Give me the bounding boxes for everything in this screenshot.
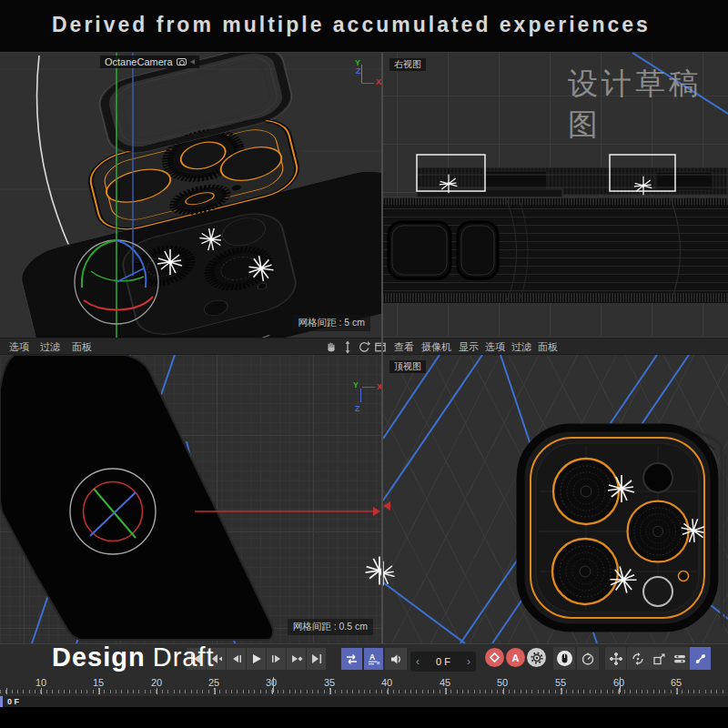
footer-bar	[0, 707, 728, 728]
title-bold: Design	[52, 642, 146, 672]
frame-next-arrow[interactable]: ›	[467, 655, 470, 668]
viewport-perspective[interactable]: OctaneCamera Y Z X 网格间距 : 5 cm	[0, 53, 381, 338]
sketch-star	[366, 557, 381, 585]
timer-button[interactable]	[577, 647, 599, 670]
record-rotation-button[interactable]	[627, 647, 648, 670]
banner-title: Derived from multiple accumulated experi…	[52, 13, 651, 37]
axis-z-label: Z	[356, 66, 361, 76]
ruler-tick-label: 30	[266, 677, 277, 688]
axis-arrow-tip	[383, 501, 390, 511]
ruler-tick-label: 35	[324, 677, 335, 688]
prev-frame-button[interactable]	[227, 648, 246, 670]
top-view-canvas	[383, 355, 728, 643]
ruler-tick-label: 40	[381, 677, 392, 688]
banner: Derived from multiple accumulated experi…	[0, 0, 728, 52]
animation-palette-button[interactable]: A	[364, 648, 383, 670]
camera-icon	[177, 58, 187, 66]
plate-side-profile	[417, 167, 728, 197]
axis-gizmo-front: Y X Z	[353, 380, 380, 413]
record-mouse-button[interactable]	[553, 647, 575, 670]
title-light: Draft	[153, 642, 215, 672]
menu-panel-left[interactable]: 面板	[72, 341, 92, 353]
ruler-tick-label: 55	[555, 677, 566, 688]
menu-camera[interactable]: 摄像机	[421, 341, 451, 353]
goto-end-button[interactable]	[307, 648, 326, 670]
timeline-scrubber[interactable]: 0 F	[0, 696, 728, 707]
front-view-canvas	[0, 355, 381, 643]
ruler-tick-label: 65	[671, 677, 682, 688]
perspective-canvas	[0, 53, 381, 338]
app-window: Derived from multiple accumulated experi…	[0, 0, 728, 728]
record-position-button[interactable]	[605, 647, 626, 670]
phone-side-profile	[383, 197, 728, 303]
autokey-letter: A	[512, 652, 520, 663]
loop-playback-button[interactable]	[341, 648, 362, 670]
keyframe-settings-button[interactable]	[527, 648, 546, 667]
playhead-marker[interactable]	[0, 696, 3, 707]
maximize-view-icon[interactable]	[373, 340, 388, 354]
viewport-label: 顶视图	[389, 360, 426, 373]
record-scale-button[interactable]	[648, 647, 669, 670]
ruler-minor-ticks	[0, 690, 728, 693]
viewport-front-view[interactable]: Y X Z 网格间距 : 0.5 cm	[0, 355, 381, 643]
menu-options-left[interactable]: 选项	[9, 341, 29, 353]
ruler-tick-label: 15	[93, 677, 104, 688]
sound-button[interactable]	[385, 648, 407, 670]
record-pla-button[interactable]	[690, 647, 711, 670]
menu-options[interactable]: 选项	[485, 341, 505, 353]
rotation-gizmo-front[interactable]	[70, 469, 156, 554]
second-marker	[273, 677, 274, 693]
animation-toolbar: DesignDraft A ‹ 0 F › A	[0, 643, 728, 678]
frame-value: 0 F	[436, 656, 450, 667]
axis-z-label: Z	[355, 404, 360, 413]
sketch-curve	[37, 56, 77, 264]
second-marker	[620, 677, 621, 693]
axis-y-label: Y	[353, 380, 359, 389]
camera-label[interactable]: OctaneCamera	[100, 56, 199, 68]
dolly-icon[interactable]	[340, 340, 355, 354]
design-draft-title: DesignDraft	[52, 642, 215, 672]
pan-hand-icon[interactable]	[324, 340, 339, 354]
ruler-tick-label: 60	[613, 677, 624, 688]
rotate-view-icon[interactable]	[357, 340, 371, 354]
anim-palette-letter: A	[369, 652, 375, 662]
camera-label-text: OctaneCamera	[105, 56, 173, 67]
viewport-menubar: 选项 过滤 面板 查看 摄像机 显示 选项 过滤 面板	[0, 338, 728, 355]
viewport-splitter[interactable]	[381, 53, 383, 643]
viewport-right-view[interactable]: 右视图 设计草稿图	[383, 53, 728, 338]
menu-display[interactable]: 显示	[459, 341, 479, 353]
camera-bump-top	[517, 424, 718, 632]
playhead-frame-label: 0 F	[7, 697, 19, 706]
menu-view[interactable]: 查看	[394, 341, 414, 353]
camera-flyout-icon	[190, 59, 195, 65]
frame-prev-arrow[interactable]: ‹	[416, 655, 420, 668]
ruler-tick-label: 45	[440, 677, 450, 688]
record-parameter-button[interactable]	[669, 647, 690, 670]
sketch-star	[383, 561, 395, 586]
frame-counter-field[interactable]: ‹ 0 F ›	[410, 652, 476, 672]
x-axis-arrow	[195, 507, 380, 516]
ruler-tick-label: 50	[497, 677, 508, 688]
phone-front	[0, 355, 273, 640]
autokey-button[interactable]: A	[506, 648, 525, 667]
grid-spacing-label: 网格间距 : 5 cm	[292, 315, 370, 331]
record-keyframe-button[interactable]	[485, 648, 504, 667]
axis-gizmo: Y Z X	[353, 58, 380, 91]
menu-filter-left[interactable]: 过滤	[40, 341, 60, 353]
next-key-button[interactable]	[287, 648, 306, 670]
viewport-label: 右视图	[389, 58, 426, 71]
play-button[interactable]	[247, 648, 266, 670]
ruler-tick-label: 10	[35, 677, 46, 688]
ruler-tick-label: 25	[208, 677, 219, 688]
menu-filter[interactable]: 过滤	[511, 341, 531, 353]
ruler-tick-label: 20	[151, 677, 162, 688]
grid-spacing-label: 网格间距 : 0.5 cm	[288, 619, 373, 635]
menu-panel[interactable]: 面板	[538, 341, 558, 353]
viewport-top-view[interactable]: 顶视图	[383, 355, 728, 643]
timeline-ruler[interactable]: 10 15 20 25 30 35 40 45 50 55 60 65	[0, 678, 728, 696]
next-frame-button[interactable]	[267, 648, 286, 670]
watermark-text: 设计草稿图	[568, 64, 728, 146]
